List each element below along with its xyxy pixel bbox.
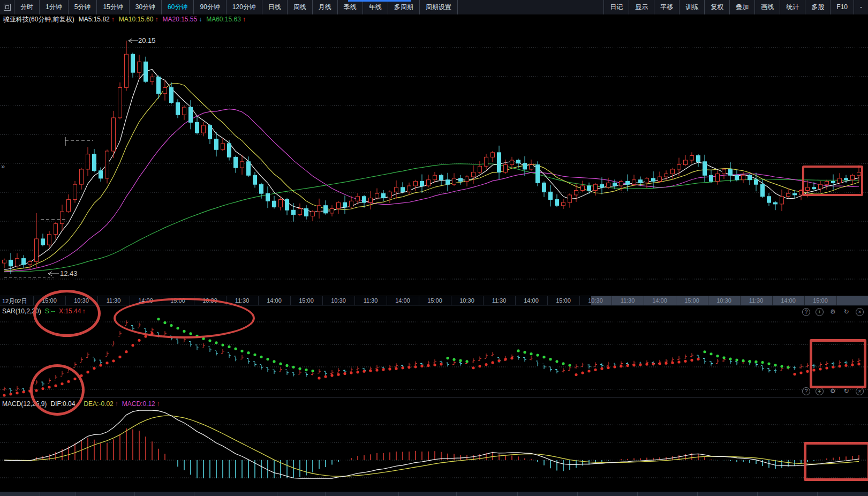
sar-dot-down — [176, 327, 179, 329]
sar-x-value: X:15.44 — [59, 307, 81, 315]
candle-body — [716, 174, 720, 181]
candle-body — [318, 206, 321, 212]
sar-dot-up — [131, 344, 134, 347]
period-tab-8[interactable]: 120分钟 — [227, 0, 262, 14]
sar-dot-up — [73, 378, 76, 380]
time-label: 14:00 — [781, 297, 796, 304]
sar-dot-up — [138, 339, 140, 342]
candle-body — [607, 183, 610, 187]
time-axis[interactable]: 12月02日 15:0010:3011:3014:0015:0010:3011:… — [0, 296, 868, 306]
chart-canvas[interactable] — [0, 0, 868, 496]
help-icon[interactable]: ? — [802, 387, 810, 395]
tool-tab-11[interactable]: - — [854, 0, 868, 14]
period-tab-3[interactable]: 5分钟 — [69, 0, 97, 14]
tool-tab-8[interactable]: 统计 — [780, 0, 805, 14]
period-tab-11[interactable]: 月线 — [313, 0, 338, 14]
candle-body — [9, 260, 13, 266]
sar-dot-down — [549, 358, 552, 360]
sar-dot-up — [324, 375, 327, 378]
period-tab-13[interactable]: 年线 — [363, 0, 388, 14]
candle-body — [292, 210, 296, 214]
refresh-icon[interactable]: ↻ — [842, 308, 850, 316]
tool-tab-1[interactable]: 日记 — [603, 0, 629, 14]
candle-body — [697, 156, 700, 162]
candle-body — [472, 172, 475, 177]
sar-dot-up — [581, 372, 584, 374]
strip-divider — [194, 492, 194, 496]
period-tab-14[interactable]: 多周期 — [388, 0, 420, 14]
candle-body — [665, 174, 668, 177]
period-tab-15[interactable]: 周期设置 — [420, 0, 458, 14]
close-icon[interactable]: × — [856, 387, 864, 395]
sar-dot-down — [787, 366, 789, 369]
settings-icon[interactable]: ⚙ — [829, 308, 837, 316]
candle-body — [54, 224, 58, 235]
tool-tab-10[interactable]: F10 — [830, 0, 854, 14]
tool-tab-4[interactable]: 训练 — [679, 0, 704, 14]
candle-body — [221, 144, 225, 149]
period-tab-6[interactable]: 60分钟 — [162, 0, 194, 14]
candle-body — [510, 160, 514, 164]
time-label: 11:30 — [621, 297, 635, 304]
zoom-in-icon[interactable]: + — [816, 387, 824, 395]
candle-body — [851, 175, 855, 179]
period-tab-1[interactable]: 分时 — [14, 0, 40, 14]
candle-body — [530, 164, 533, 169]
candle-body — [748, 175, 752, 179]
candle-body — [382, 193, 386, 198]
sar-dot-down — [542, 356, 545, 358]
zoom-in-icon[interactable]: + — [816, 308, 824, 316]
candle-body — [497, 153, 501, 172]
sar-dot-up — [851, 363, 854, 366]
candle-body — [150, 77, 154, 81]
ma-readout-3: MA20:15.55 — [162, 16, 197, 23]
tool-tab-2[interactable]: 显示 — [629, 0, 654, 14]
candle-body — [228, 144, 231, 157]
sar-dot-up — [407, 366, 410, 369]
sar-dot-up — [41, 387, 44, 390]
help-icon[interactable]: ? — [802, 308, 810, 316]
tool-tab-9[interactable]: 多股 — [805, 0, 830, 14]
tool-tab-6[interactable]: 叠加 — [729, 0, 754, 14]
sar-dot-up — [343, 372, 346, 375]
candle-body — [86, 154, 90, 169]
sar-dot-down — [285, 364, 288, 367]
candle-body — [761, 184, 765, 197]
sar-dot-down — [202, 337, 205, 340]
sar-dot-up — [812, 369, 815, 371]
sar-dot-up — [485, 363, 487, 366]
candle-body — [485, 157, 488, 166]
time-label: 15:00 — [427, 297, 442, 304]
window-icon[interactable] — [0, 0, 14, 14]
right-tabs: 日记显示平移训练复权叠加画线统计多股F10- — [603, 0, 868, 14]
axis-tick — [354, 296, 355, 305]
axis-tick — [162, 296, 162, 305]
period-tab-10[interactable]: 周线 — [288, 0, 313, 14]
period-tab-2[interactable]: 1分钟 — [40, 0, 69, 14]
axis-tick — [419, 296, 419, 305]
period-tab-12[interactable]: 季线 — [338, 0, 363, 14]
close-icon[interactable]: × — [856, 308, 864, 316]
refresh-icon[interactable]: ↻ — [842, 387, 850, 395]
candle-body — [703, 162, 707, 175]
sar-dot-up — [799, 371, 802, 374]
sar-dot-up — [125, 350, 127, 353]
period-tab-9[interactable]: 日线 — [262, 0, 288, 14]
period-tab-4[interactable]: 15分钟 — [97, 0, 129, 14]
tool-tab-5[interactable]: 复权 — [704, 0, 729, 14]
candle-body — [465, 177, 469, 181]
axis-tick — [612, 296, 612, 305]
sidebar-expander[interactable]: » — [1, 162, 5, 170]
candle-body — [825, 182, 829, 185]
sar-dot-up — [401, 366, 404, 369]
period-tab-7[interactable]: 90分钟 — [194, 0, 226, 14]
tool-tab-3[interactable]: 平移 — [654, 0, 679, 14]
candle-body — [452, 178, 456, 184]
tool-tab-7[interactable]: 画线 — [754, 0, 780, 14]
period-tab-5[interactable]: 30分钟 — [130, 0, 162, 14]
sar-dot-up — [35, 389, 37, 392]
settings-icon[interactable]: ⚙ — [829, 387, 837, 395]
strip-divider — [134, 492, 135, 496]
candle-body — [401, 187, 405, 192]
candle-body — [279, 199, 283, 207]
